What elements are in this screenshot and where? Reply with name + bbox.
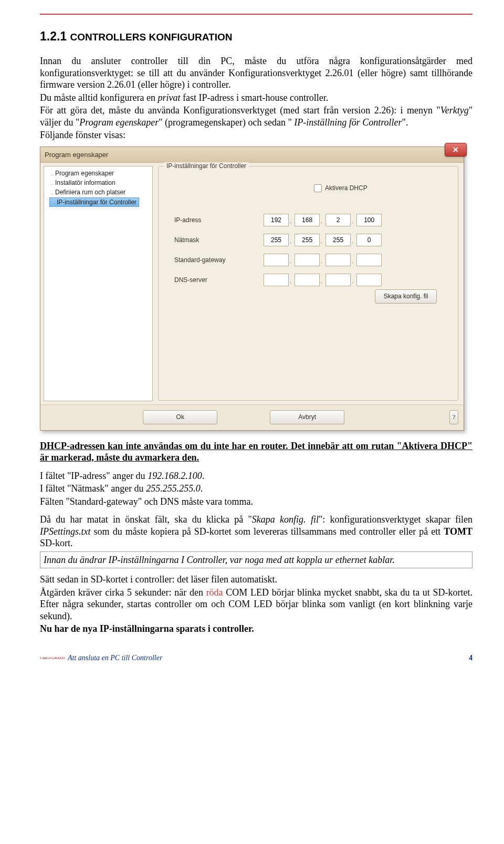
field-ip-line: I fältet "IP-adress" anger du 192.168.2.…: [40, 470, 472, 482]
dot-icon: .: [352, 258, 353, 270]
dot-icon: .: [321, 278, 322, 290]
ip-octet[interactable]: 255: [264, 234, 289, 246]
ip-octet[interactable]: 192: [264, 214, 289, 226]
heading-number: 1.2.1: [40, 29, 70, 43]
dot-icon: .: [290, 218, 291, 231]
dns-input-group: . . .: [264, 274, 386, 286]
ip-octet[interactable]: [264, 254, 289, 266]
t: IP-inställning för Controller: [294, 117, 402, 128]
ip-octet[interactable]: [356, 274, 382, 286]
ok-button[interactable]: Ok: [143, 410, 217, 424]
ip-octet[interactable]: [326, 274, 351, 286]
t: TOMT: [444, 526, 472, 537]
t: I fältet "Nätmask" anger du: [40, 483, 146, 494]
checkbox-icon[interactable]: [314, 184, 322, 192]
t: För att göra det, måste du använda Konfi…: [40, 105, 440, 116]
ip-octet[interactable]: 0: [356, 234, 382, 246]
dot-icon: .: [290, 278, 291, 290]
ip-octet[interactable]: 255: [326, 234, 351, 246]
sd-line-2: Åtgärden kräver cirka 5 sekunder: när de…: [40, 587, 472, 622]
section-heading: 1.2.1 CONTROLLERS KONFIGURATION: [40, 29, 472, 44]
footer-title: Att ansluta en PC till Controller: [68, 654, 162, 662]
dot-icon: .: [321, 238, 322, 251]
t: privat: [158, 92, 180, 103]
sd-line-3: Nu har de nya IP-inställningarna sparats…: [40, 623, 472, 635]
t: som du måste kopiera på SD-kortet som le…: [90, 526, 444, 537]
tree-item[interactable]: Installatör information: [45, 178, 151, 187]
t: 192.168.2.100: [148, 471, 202, 481]
page-footer: CARLO GAVAZZI Att ansluta en PC till Con…: [40, 654, 472, 662]
ip-octet[interactable]: [326, 254, 351, 266]
dhcp-checkbox-row[interactable]: Aktivera DHCP: [314, 184, 368, 192]
row-gateway: Standard-gateway . . .: [174, 254, 442, 266]
t: " (programegenskaper) och sedan ": [159, 117, 294, 128]
help-button[interactable]: ?: [449, 410, 458, 424]
t: röda: [206, 587, 223, 598]
t: SD-kort.: [40, 538, 73, 548]
gw-input-group: . . .: [264, 254, 386, 266]
dialog-titlebar: Program egenskaper ✕: [40, 147, 464, 163]
tree-item[interactable]: Program egenskaper: [45, 169, 151, 178]
cancel-button[interactable]: Avbryt: [270, 410, 344, 424]
ip-octet[interactable]: [295, 274, 320, 286]
t: IPSettings.txt: [40, 526, 90, 537]
intro-paragraph-3: För att göra det, måste du använda Konfi…: [40, 105, 472, 128]
dialog-tree: Program egenskaper Installatör informati…: [44, 166, 153, 401]
dialog-body: Program egenskaper Installatör informati…: [40, 163, 464, 404]
create-config-wrap: Skapa konfig. fil: [375, 289, 437, 304]
t: I fältet "IP-adress" anger du: [40, 471, 148, 481]
fields-empty-line: Fälten "Standard-gateway" och DNS måste …: [40, 496, 472, 508]
mask-label: Nätmask: [174, 236, 264, 244]
dot-icon: .: [290, 238, 291, 251]
intro-paragraph-4: Följande fönster visas:: [40, 129, 472, 141]
t: Program egenskaper: [79, 117, 159, 128]
tree-item-selected[interactable]: IP-inställningar för Controller: [49, 197, 139, 207]
create-config-button[interactable]: Skapa konfig. fil: [375, 289, 437, 304]
sd-line-1: Sätt sedan in SD-kortet i controller: de…: [40, 574, 472, 586]
tree-item[interactable]: Definiera rum och platser: [45, 187, 151, 197]
field-mask-line: I fältet "Nätmask" anger du 255.255.255.…: [40, 483, 472, 495]
ip-octet[interactable]: 255: [295, 234, 320, 246]
ip-octet[interactable]: 100: [356, 214, 382, 226]
dialog-title: Program egenskaper: [45, 151, 108, 159]
dot-icon: .: [352, 218, 353, 231]
dhcp-label: Aktivera DHCP: [325, 184, 368, 192]
header-rule: [40, 14, 472, 15]
ip-form: IP-adress 192. 168. 2. 100 Nätmask: [174, 214, 442, 294]
ip-octet[interactable]: [295, 254, 320, 266]
groupbox-legend: IP-inställningar för Controller: [164, 162, 249, 170]
dot-icon: .: [321, 258, 322, 270]
dot-icon: .: [352, 238, 353, 251]
warning-text: Innan du ändrar IP-inställningarna I Con…: [44, 554, 469, 566]
ip-octet[interactable]: [264, 274, 289, 286]
intro-paragraph-1: Innan du ansluter controller till din PC…: [40, 55, 472, 91]
footer-left: CARLO GAVAZZI Att ansluta en PC till Con…: [40, 654, 162, 662]
t: fast IP-adress i smart-house controller.: [180, 92, 328, 103]
page-number: 4: [469, 654, 472, 662]
ip-label: IP-adress: [174, 216, 264, 224]
close-icon[interactable]: ✕: [445, 143, 467, 157]
ip-octet[interactable]: 168: [295, 214, 320, 226]
ip-octet[interactable]: [356, 254, 382, 266]
groupbox: IP-inställningar för Controller Aktivera…: [158, 166, 458, 401]
t: Skapa konfig. fil: [252, 514, 319, 525]
t: .: [201, 483, 203, 494]
intro-paragraph-2: Du måste alltid konfigurera en privat fa…: [40, 92, 472, 104]
dns-label: DNS-server: [174, 276, 264, 284]
ip-input-group: 192. 168. 2. 100: [264, 214, 386, 226]
t: Verktyg: [440, 105, 469, 116]
dialog-main: IP-inställningar för Controller Aktivera…: [156, 163, 464, 404]
t: ": konfigurationsverktyget skapar filen: [319, 514, 472, 525]
row-ip: IP-adress 192. 168. 2. 100: [174, 214, 442, 226]
dot-icon: .: [290, 258, 291, 270]
dialog-window: Program egenskaper ✕ Program egenskaper …: [40, 147, 464, 431]
t: ".: [402, 117, 408, 128]
ip-octet[interactable]: 2: [326, 214, 351, 226]
document-page: 1.2.1 CONTROLLERS KONFIGURATION Innan du…: [0, 0, 504, 683]
dialog-buttonbar: Ok Avbryt ?: [40, 404, 464, 430]
row-netmask: Nätmask 255. 255. 255. 0: [174, 234, 442, 246]
t: Då du har matat in önskat fält, ska du k…: [40, 514, 252, 525]
t: .: [202, 471, 205, 481]
warning-box: Innan du ändrar IP-inställningarna I Con…: [40, 551, 472, 569]
brand-logo: CARLO GAVAZZI: [40, 657, 65, 660]
